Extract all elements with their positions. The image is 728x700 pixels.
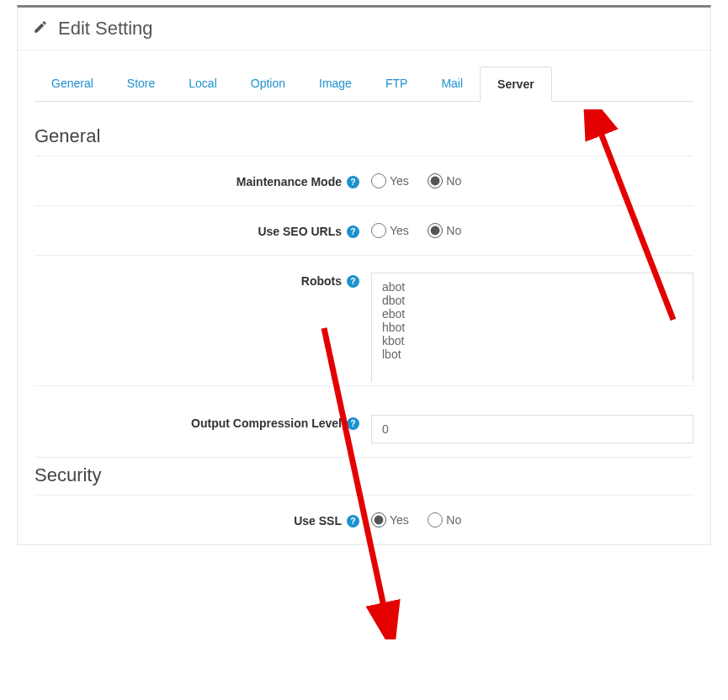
maintenance-mode-row: Maintenance Mode ? Yes No [35, 156, 693, 206]
compression-label: Output Compression Level [191, 416, 342, 430]
ssl-row: Use SSL ? Yes No [35, 496, 693, 544]
ssl-label: Use SSL [294, 514, 342, 528]
tab-general[interactable]: General [35, 66, 110, 102]
tab-local[interactable]: Local [172, 66, 233, 102]
seo-urls-row: Use SEO URLs ? Yes No [35, 206, 693, 256]
compression-input[interactable] [371, 415, 693, 443]
section-security-title: Security [35, 458, 693, 496]
settings-panel: Edit Setting General Store Local Option … [17, 5, 711, 545]
help-icon[interactable]: ? [347, 275, 359, 288]
tab-bar: General Store Local Option Image FTP Mai… [35, 66, 693, 102]
help-icon[interactable]: ? [347, 176, 359, 188]
maintenance-label: Maintenance Mode [236, 175, 342, 188]
tab-store[interactable]: Store [110, 66, 172, 102]
tab-option[interactable]: Option [234, 66, 302, 102]
tab-server[interactable]: Server [480, 66, 552, 102]
page-title: Edit Setting [58, 18, 153, 40]
ssl-no-option[interactable]: No [428, 512, 461, 528]
seo-no-radio[interactable] [428, 223, 443, 238]
tab-ftp[interactable]: FTP [369, 66, 424, 102]
seo-yes-radio[interactable] [371, 223, 386, 238]
robots-label: Robots [301, 274, 342, 288]
ssl-yes-option[interactable]: Yes [371, 512, 409, 528]
help-icon[interactable]: ? [347, 515, 359, 528]
help-icon[interactable]: ? [347, 225, 359, 238]
pencil-icon [33, 19, 48, 38]
maintenance-yes-option[interactable]: Yes [371, 173, 409, 188]
robots-row: Robots ? [35, 256, 693, 385]
section-general-title: General [35, 119, 693, 156]
ssl-no-radio[interactable] [428, 512, 443, 528]
seo-no-option[interactable]: No [428, 223, 461, 238]
maintenance-no-radio[interactable] [428, 173, 443, 188]
ssl-yes-radio[interactable] [371, 512, 386, 528]
seo-label: Use SEO URLs [258, 225, 342, 238]
maintenance-yes-radio[interactable] [371, 173, 386, 188]
tab-mail[interactable]: Mail [424, 66, 480, 102]
tab-image[interactable]: Image [302, 66, 369, 102]
panel-header: Edit Setting [18, 8, 710, 50]
panel-body: General Store Local Option Image FTP Mai… [18, 50, 710, 544]
help-icon[interactable]: ? [347, 417, 359, 430]
compression-row: Output Compression Level ? [35, 385, 693, 458]
robots-textarea[interactable] [371, 273, 693, 382]
maintenance-no-option[interactable]: No [428, 173, 461, 188]
seo-yes-option[interactable]: Yes [371, 223, 409, 238]
